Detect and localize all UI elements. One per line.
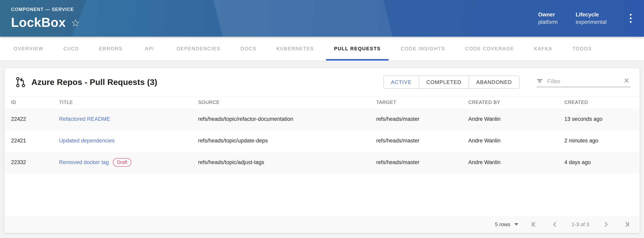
tab-pull-requests[interactable]: PULL REQUESTS (324, 37, 391, 61)
owner-value: platform (538, 19, 558, 25)
pr-source: refs/heads/topic/update-deps (192, 130, 370, 152)
status-filter-group: ACTIVE COMPLETED ABANDONED (384, 76, 520, 89)
column-header-target: TARGET (370, 96, 462, 108)
first-page-icon[interactable] (530, 220, 538, 228)
lifecycle-label: Lifecycle (576, 12, 606, 18)
filter-active-button[interactable]: ACTIVE (384, 76, 419, 88)
tab-overview[interactable]: OVERVIEW (4, 37, 54, 61)
card-header: Azure Repos - Pull Requests (3) ACTIVE C… (4, 68, 640, 96)
lifecycle-meta: Lifecycle experimental (576, 12, 606, 25)
pagination-range: 1-3 of 3 (572, 221, 589, 227)
header-right: Owner platform Lifecycle experimental (538, 11, 635, 26)
pull-requests-card: Azure Repos - Pull Requests (3) ACTIVE C… (4, 68, 640, 233)
filter-input[interactable] (547, 78, 620, 85)
filter-field: ✕ (536, 77, 630, 87)
column-header-title: TITLE (52, 96, 192, 108)
pr-id: 22422 (4, 108, 52, 130)
tab-todos[interactable]: TODOS (562, 37, 602, 61)
owner-label: Owner (538, 12, 558, 18)
tab-kubernetes[interactable]: KUBERNETES (266, 37, 324, 61)
close-icon[interactable]: ✕ (624, 77, 630, 85)
pr-created-by: Andre Wanlin (462, 130, 558, 152)
lifecycle-value: experimental (576, 19, 606, 25)
tab-errors[interactable]: ERRORS (89, 37, 133, 61)
pr-target: refs/heads/master (370, 130, 462, 152)
tab-docs[interactable]: DOCS (230, 37, 266, 61)
tab-api[interactable]: API (132, 37, 166, 61)
entity-tabs: OVERVIEW CI/CD ERRORS API DEPENDENCIES D… (0, 37, 644, 61)
pull-requests-table: ID TITLE SOURCE TARGET CREATED BY CREATE… (4, 96, 640, 173)
chevron-right-icon[interactable] (602, 220, 610, 228)
tab-dependencies[interactable]: DEPENDENCIES (166, 37, 230, 61)
pr-created-by: Andre Wanlin (462, 152, 558, 173)
table-row: 22422 Refactored README refs/heads/topic… (4, 108, 640, 130)
kebab-menu-icon[interactable] (626, 11, 635, 26)
column-header-source: SOURCE (192, 96, 370, 108)
pr-target: refs/heads/master (370, 152, 462, 173)
pr-created-by: Andre Wanlin (462, 108, 558, 130)
star-outline-icon[interactable]: ☆ (71, 17, 80, 28)
tab-ci-cd[interactable]: CI/CD (54, 37, 89, 61)
column-header-created: CREATED (558, 96, 640, 108)
breadcrumb: COMPONENT — SERVICE (11, 7, 80, 12)
entity-header: COMPONENT — SERVICE LockBox ☆ Owner plat… (0, 0, 644, 37)
pr-id: 22332 (4, 152, 52, 173)
pagination-controls: 1-3 of 3 (530, 220, 631, 228)
pr-created: 2 minutes ago (558, 130, 640, 152)
pr-target: refs/heads/master (370, 108, 462, 130)
card-header-left: Azure Repos - Pull Requests (3) (16, 77, 157, 88)
table-empty-space (4, 173, 640, 216)
git-pull-request-icon (16, 77, 26, 88)
chevron-down-icon (514, 223, 518, 225)
pr-created: 4 days ago (558, 152, 640, 173)
filter-abandoned-button[interactable]: ABANDONED (469, 76, 519, 88)
pr-title-link[interactable]: Removed docker tag (59, 159, 109, 165)
rows-per-page-value: 5 rows (495, 221, 510, 227)
pr-source: refs/heads/topic/refactor-documentation (192, 108, 370, 130)
pr-title-link[interactable]: Refactored README (59, 116, 110, 122)
pr-title-link[interactable]: Updated dependencies (59, 138, 115, 144)
table-pagination: 5 rows 1-3 of 3 (4, 216, 640, 233)
table-header-row: ID TITLE SOURCE TARGET CREATED BY CREATE… (4, 96, 640, 108)
page-content: Azure Repos - Pull Requests (3) ACTIVE C… (0, 61, 644, 238)
filter-list-icon (536, 78, 543, 84)
filter-completed-button[interactable]: COMPLETED (419, 76, 469, 88)
pr-created: 13 seconds ago (558, 108, 640, 130)
header-left: COMPONENT — SERVICE LockBox ☆ (11, 7, 80, 30)
last-page-icon[interactable] (623, 220, 631, 228)
pr-source: refs/heads/topic/adjust-tags (192, 152, 370, 173)
owner-meta: Owner platform (538, 12, 558, 25)
draft-badge: Draft (113, 158, 131, 167)
pr-id: 22421 (4, 130, 52, 152)
page-title: LockBox (11, 15, 66, 30)
card-title: Azure Repos - Pull Requests (3) (32, 78, 157, 87)
title-row: LockBox ☆ (11, 15, 80, 30)
card-header-right: ACTIVE COMPLETED ABANDONED (384, 76, 630, 89)
tab-kafka[interactable]: KAFKA (524, 37, 562, 61)
column-header-created-by: CREATED BY (462, 96, 558, 108)
table-row: 22332 Removed docker tag Draft refs/head… (4, 152, 640, 173)
tab-code-coverage[interactable]: CODE COVERAGE (455, 37, 524, 61)
chevron-left-icon[interactable] (551, 220, 559, 228)
tab-code-insights[interactable]: CODE INSIGHTS (391, 37, 455, 61)
column-header-id: ID (4, 96, 52, 108)
table-row: 22421 Updated dependencies refs/heads/to… (4, 130, 640, 152)
rows-per-page-select[interactable]: 5 rows (495, 221, 518, 227)
app-root: COMPONENT — SERVICE LockBox ☆ Owner plat… (0, 0, 644, 238)
